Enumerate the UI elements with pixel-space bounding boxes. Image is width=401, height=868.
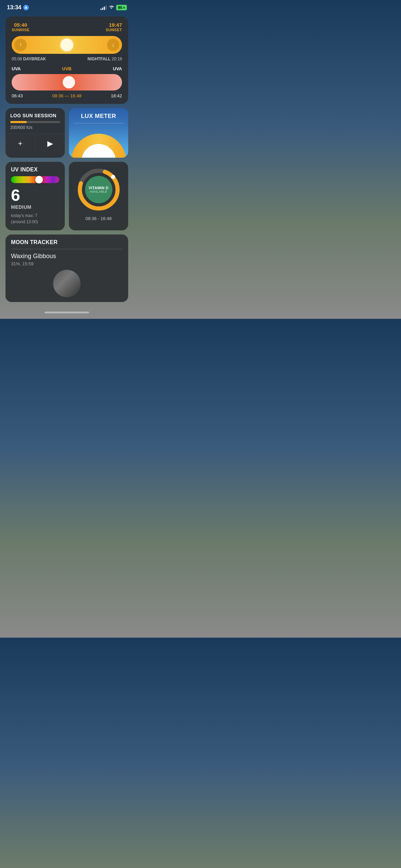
- moon-phase: Waxing Gibbous: [11, 253, 123, 260]
- middle-row: LOG SUN SESSION 200/600 IUs + ▶ LUX METE…: [5, 108, 128, 158]
- add-icon: +: [18, 139, 23, 148]
- moon-visual: [11, 270, 123, 297]
- battery-icon: +: [123, 5, 125, 10]
- sunrise-time: 05:40: [12, 22, 29, 28]
- sunset-label: SUNSET: [106, 28, 122, 32]
- wifi-icon: [109, 5, 114, 10]
- play-session-button[interactable]: ▶: [35, 134, 65, 154]
- battery-level: 95: [118, 5, 122, 10]
- nightfall-time: 20:19: [112, 57, 122, 61]
- progress-bar: [10, 121, 60, 123]
- sunset-arrow-icon: ↓: [107, 39, 119, 51]
- uv-vitamin-row: UV INDEX 6 MEDIUM today's max: 7 (around…: [5, 162, 128, 230]
- uva-left-label: UVA: [12, 66, 21, 71]
- moon-circle: [53, 270, 81, 297]
- svg-marker-0: [25, 6, 27, 9]
- uv-index-dot: [35, 176, 43, 183]
- uvb-label: UVB: [62, 66, 71, 71]
- lux-meter-title: LUX METER: [69, 108, 128, 123]
- uv-labels-row: UVA UVB UVA: [12, 66, 122, 71]
- uv-start-time: 06:43: [12, 93, 23, 98]
- sunrise-info: 05:40 SUNRISE: [12, 22, 29, 32]
- uv-index-card: UV INDEX 6 MEDIUM today's max: 7 (around…: [5, 162, 65, 230]
- log-session-card: LOG SUN SESSION 200/600 IUs + ▶: [5, 108, 65, 158]
- battery-indicator: 95 +: [116, 5, 127, 10]
- log-session-title: LOG SUN SESSION: [10, 113, 60, 118]
- moon-detail: 31%, 15:59: [11, 261, 123, 266]
- sun-position-dot: [60, 38, 73, 51]
- play-icon: ▶: [47, 139, 53, 148]
- lux-meter-card[interactable]: LUX METER: [69, 108, 128, 158]
- uv-index-level: MEDIUM: [11, 204, 59, 210]
- moon-tracker-card: MOON TRACKER Waxing Gibbous 31%, 15:59: [5, 234, 128, 302]
- signal-icon: [100, 5, 107, 10]
- nightfall-info: NIGHTFALL 20:19: [87, 57, 122, 61]
- vitamin-d-ring: VITAMIN D AVAILABLE: [76, 167, 121, 212]
- time-display: 13:34: [7, 4, 21, 11]
- log-session-top: LOG SUN SESSION 200/600 IUs: [5, 108, 65, 133]
- home-bar: [45, 312, 89, 313]
- uv-rainbow-bar: [11, 176, 59, 183]
- daybreak-time: 05:08: [12, 57, 22, 61]
- vitamin-d-time: 08:36 - 16:48: [85, 216, 112, 221]
- uv-index-title: UV INDEX: [11, 167, 59, 173]
- sun-card: 05:40 SUNRISE 19:47 SUNSET ↑ ↓ 05:08 DAY…: [5, 16, 128, 104]
- lux-semicircle: [71, 134, 126, 158]
- sunrise-arrow-icon: ↑: [14, 39, 27, 51]
- uv-max-text: today's max: 7: [11, 213, 59, 219]
- moon-tracker-title: MOON TRACKER: [11, 239, 123, 245]
- home-indicator[interactable]: [0, 309, 134, 319]
- sun-times: 05:40 SUNRISE 19:47 SUNSET: [12, 22, 122, 32]
- uva-right-label: UVA: [113, 66, 122, 71]
- uv-slider: [12, 74, 122, 91]
- daybreak-label: DAYBREAK: [23, 57, 46, 61]
- vitamin-d-center: VITAMIN D AVAILABLE: [85, 176, 112, 203]
- status-bar: 13:34 95 +: [0, 0, 134, 14]
- add-session-button[interactable]: +: [5, 134, 35, 154]
- main-content: 05:40 SUNRISE 19:47 SUNSET ↑ ↓ 05:08 DAY…: [0, 14, 134, 309]
- log-session-buttons: + ▶: [5, 133, 65, 154]
- sun-arc-slider: ↑ ↓: [12, 36, 122, 54]
- vitamin-d-sublabel: AVAILABLE: [90, 190, 108, 193]
- svg-point-3: [111, 175, 115, 179]
- lux-visual: [69, 123, 128, 158]
- status-time-container: 13:34: [7, 4, 29, 11]
- progress-fill: [10, 121, 27, 123]
- vitamin-d-label: VITAMIN D: [88, 186, 108, 190]
- daybreak-nightfall-row: 05:08 DAYBREAK NIGHTFALL 20:19: [12, 57, 122, 61]
- sunset-info: 19:47 SUNSET: [106, 22, 122, 32]
- progress-text: 200/600 IUs: [10, 125, 60, 130]
- uv-around-time: (around 13:00): [11, 219, 59, 225]
- uv-slider-dot: [63, 76, 75, 88]
- daybreak-info: 05:08 DAYBREAK: [12, 57, 46, 61]
- nightfall-label: NIGHTFALL: [87, 57, 110, 61]
- uv-peak-time: 08:36 — 16:48: [52, 93, 81, 98]
- status-right: 95 +: [100, 5, 127, 10]
- uv-end-time: 18:42: [111, 93, 122, 98]
- uv-times-row: 06:43 08:36 — 16:48 18:42: [12, 93, 122, 98]
- uv-index-value: 6: [11, 187, 59, 204]
- moon-divider: [11, 249, 123, 249]
- sunrise-label: SUNRISE: [12, 28, 29, 32]
- sunset-time: 19:47: [106, 22, 122, 28]
- location-icon: [23, 5, 29, 10]
- uv-index-detail: today's max: 7 (around 13:00): [11, 213, 59, 225]
- vitamin-d-card: VITAMIN D AVAILABLE 08:36 - 16:48: [69, 162, 128, 230]
